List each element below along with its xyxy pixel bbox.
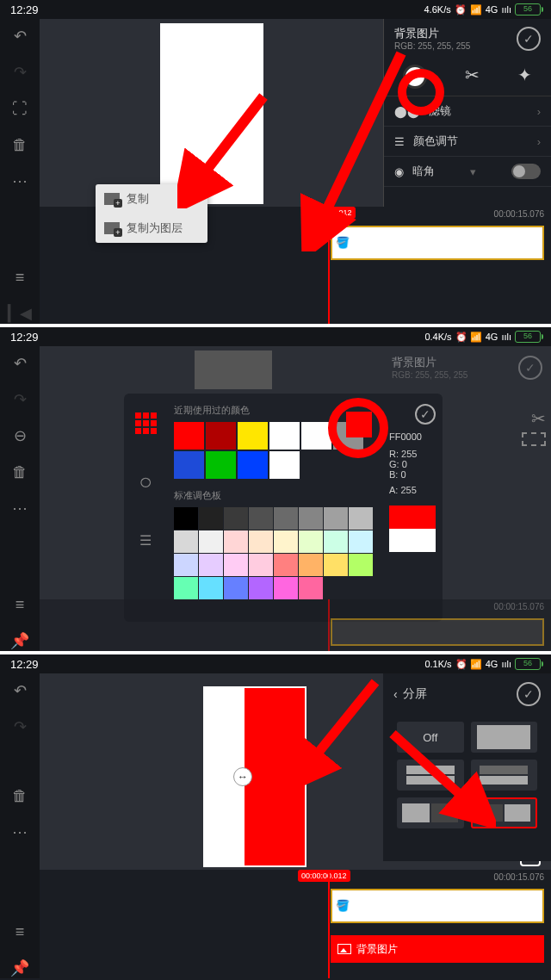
confirm-icon[interactable]: ✓	[518, 356, 542, 380]
undo-icon[interactable]: ↶	[9, 680, 30, 701]
menu-copy[interactable]: 复制	[96, 184, 207, 214]
undo-icon[interactable]: ↶	[9, 26, 30, 47]
swatch[interactable]	[174, 507, 198, 530]
standard-swatches	[174, 507, 375, 599]
align-icon[interactable]: ≡	[9, 267, 30, 288]
swatch[interactable]	[274, 554, 298, 576]
chevron-right-icon: ›	[537, 105, 541, 118]
swatch[interactable]	[349, 530, 373, 553]
apply-color-icon[interactable]: ✓	[415, 404, 436, 425]
swatch[interactable]	[174, 577, 198, 599]
sliders-tab[interactable]: ☰	[133, 528, 158, 552]
trash-icon[interactable]: 🗑	[9, 134, 30, 155]
chevron-left-icon[interactable]: ‹	[393, 687, 398, 701]
swatch[interactable]	[299, 530, 323, 553]
redo-icon: ↷	[9, 389, 30, 410]
wheel-tab[interactable]: ○	[133, 469, 158, 493]
swatch[interactable]	[199, 507, 223, 530]
split-off[interactable]: Off	[397, 722, 464, 753]
swatch[interactable]	[324, 554, 348, 576]
swatch[interactable]	[249, 530, 273, 553]
effect-icon[interactable]: ✦	[517, 65, 532, 89]
clip-layer[interactable]: 背景图片	[331, 935, 544, 963]
swatch[interactable]	[274, 577, 298, 599]
split-horiz-alt[interactable]	[471, 760, 538, 791]
swatch[interactable]	[324, 530, 348, 553]
scissors-icon[interactable]: ✂	[465, 65, 480, 89]
swatch[interactable]	[249, 507, 273, 530]
playhead[interactable]	[328, 599, 330, 651]
trash-icon[interactable]: 🗑	[9, 785, 30, 806]
battery-icon: 56	[515, 3, 541, 16]
swatch[interactable]	[206, 422, 236, 450]
playhead[interactable]	[328, 207, 330, 324]
dashbox-icon[interactable]	[522, 432, 546, 446]
swatch[interactable]	[174, 530, 198, 553]
trash-icon[interactable]: 🗑	[9, 462, 30, 482]
vignette-row[interactable]: ◉ 暗角 ▾	[384, 157, 551, 187]
scissors-icon[interactable]: ✂	[531, 408, 546, 429]
swatch[interactable]	[249, 554, 273, 576]
panel-rgb: RGB: 255, 255, 255	[394, 41, 470, 51]
swatch[interactable]	[174, 422, 204, 450]
swatch[interactable]	[299, 507, 323, 530]
pin-icon[interactable]: 📌	[9, 630, 30, 651]
swatch[interactable]	[301, 422, 331, 450]
confirm-icon[interactable]: ✓	[517, 682, 541, 706]
swatch[interactable]	[238, 422, 268, 450]
swatch[interactable]	[249, 577, 273, 599]
clip-main[interactable]: 🪣	[331, 226, 544, 260]
statusbar: 12:29 0.1K/s ⏰ 📶 4G ıılı 56	[0, 654, 551, 673]
swatch[interactable]	[299, 577, 323, 599]
swatch[interactable]	[224, 577, 248, 599]
statusbar: 12:29 4.6K/s ⏰ 📶 4G ıılı 56	[0, 0, 551, 19]
playhead[interactable]	[328, 870, 330, 978]
align-icon[interactable]: ≡	[9, 921, 30, 942]
swatch[interactable]	[274, 530, 298, 553]
swatch[interactable]	[299, 554, 323, 576]
swatch[interactable]	[199, 554, 223, 576]
more-icon[interactable]: ⋯	[9, 171, 30, 191]
swatch[interactable]	[206, 451, 236, 479]
swatch[interactable]	[349, 554, 373, 576]
preview-canvas[interactable]	[160, 23, 263, 204]
split-vert-left[interactable]	[397, 797, 464, 828]
swatch[interactable]	[174, 451, 204, 479]
more-icon[interactable]: ⋯	[9, 498, 30, 518]
swatch[interactable]	[224, 507, 248, 530]
more-icon[interactable]: ⋯	[9, 822, 30, 842]
swatch[interactable]	[324, 507, 348, 530]
split-vert-right[interactable]	[471, 797, 538, 828]
align-icon[interactable]: ≡	[9, 594, 30, 615]
main-area: ⛶ 背景图片 RGB: 255, 255, 255 ✓ ✂ ✦ ⬤⬤ 滤镜	[40, 19, 551, 324]
key-icon[interactable]: ⊖	[9, 425, 30, 446]
clip-main[interactable]: 🪣	[331, 889, 544, 923]
swatch[interactable]	[224, 530, 248, 553]
swatch[interactable]	[224, 554, 248, 576]
undo-icon[interactable]: ↶	[9, 353, 30, 374]
swatch[interactable]	[199, 530, 223, 553]
confirm-icon[interactable]: ✓	[517, 27, 541, 51]
coloradj-row[interactable]: ☰ 颜色调节 ›	[384, 127, 551, 157]
color-preview	[389, 506, 436, 552]
clip-main[interactable]	[331, 618, 544, 646]
menu-copy-as-layer[interactable]: 复制为图层	[96, 214, 207, 243]
swatch[interactable]	[349, 507, 373, 530]
swatch[interactable]	[274, 507, 298, 530]
split-full[interactable]	[471, 722, 538, 753]
sliders-icon: ☰	[394, 135, 405, 148]
vignette-toggle[interactable]	[511, 164, 541, 179]
palette-tab[interactable]	[133, 411, 158, 435]
swatch[interactable]	[269, 451, 300, 479]
swatch[interactable]	[269, 422, 300, 450]
preview-canvas[interactable]: ↔	[203, 686, 306, 867]
crop-icon[interactable]: ⛶	[9, 98, 30, 119]
split-horiz[interactable]	[397, 760, 464, 791]
statusbar: 12:29 0.4K/s ⏰ 📶 4G ıılı 56	[0, 327, 551, 346]
split-drag-handle[interactable]: ↔	[233, 767, 252, 786]
prev-icon[interactable]: ▎◀	[9, 303, 30, 324]
swatch[interactable]	[199, 577, 223, 599]
swatch[interactable]	[174, 554, 198, 576]
pin-icon[interactable]: 📌	[9, 958, 30, 978]
swatch[interactable]	[238, 451, 268, 479]
